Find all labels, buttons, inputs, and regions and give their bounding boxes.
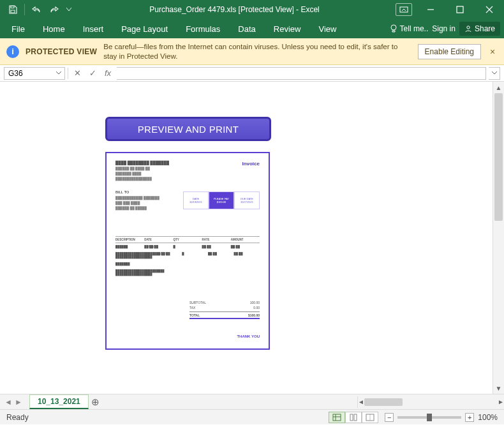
svg-rect-4 bbox=[457, 6, 463, 13]
tab-page-layout[interactable]: Page Layout bbox=[112, 19, 177, 38]
share-label: Share bbox=[475, 24, 495, 33]
formula-input[interactable] bbox=[117, 67, 486, 80]
sign-in-link[interactable]: Sign in bbox=[432, 24, 456, 33]
view-buttons bbox=[329, 412, 378, 423]
status-text: Ready bbox=[6, 413, 29, 422]
formula-bar: G36 ✕ ✓ fx bbox=[0, 65, 504, 82]
zoom-slider[interactable] bbox=[397, 416, 461, 419]
sheet-nav-arrows[interactable]: ◄► bbox=[0, 398, 27, 407]
svg-rect-10 bbox=[350, 414, 353, 421]
window-title: Purchase_Order 4479.xls [Protected View]… bbox=[73, 5, 396, 14]
invoice-summary-boxes: DATE10/13/2021 PLEASE PAY$100.00 DUE DAT… bbox=[183, 191, 260, 209]
vertical-scrollbar[interactable]: ▲ ▼ bbox=[493, 82, 504, 394]
tab-formulas[interactable]: Formulas bbox=[177, 19, 229, 38]
invoice-date-box: DATE10/13/2021 bbox=[183, 191, 209, 209]
worksheet-area: PREVIEW AND PRINT ████ ████████ ███████ … bbox=[0, 82, 504, 394]
protected-view-message: Be careful—files from the Internet can c… bbox=[103, 42, 411, 61]
title-bar: Purchase_Order 4479.xls [Protected View]… bbox=[0, 0, 504, 19]
ribbon-tabs: File Home Insert Page Layout Formulas Da… bbox=[0, 19, 504, 38]
close-button[interactable] bbox=[475, 0, 504, 19]
invoice-please-pay-box: PLEASE PAY$100.00 bbox=[209, 191, 234, 209]
redo-icon[interactable] bbox=[47, 2, 62, 17]
hscroll-track[interactable] bbox=[364, 398, 498, 407]
svg-point-6 bbox=[467, 26, 470, 29]
undo-icon[interactable] bbox=[29, 2, 44, 17]
sheet-tab-active[interactable]: 10_13_2021 bbox=[29, 394, 89, 409]
protected-view-title: PROTECTED VIEW bbox=[26, 47, 97, 56]
page-break-view-icon[interactable] bbox=[362, 412, 378, 423]
tab-file[interactable]: File bbox=[3, 19, 34, 38]
tell-me-search[interactable]: Tell me.. bbox=[390, 24, 429, 33]
invoice-due-box: DUE DATE10/27/2021 bbox=[234, 191, 260, 209]
zoom-knob[interactable] bbox=[427, 414, 432, 421]
tab-data[interactable]: Data bbox=[229, 19, 264, 38]
enter-formula-icon[interactable]: ✓ bbox=[86, 67, 99, 80]
svg-rect-2 bbox=[400, 7, 408, 12]
qat-dropdown-icon[interactable] bbox=[64, 2, 73, 17]
invoice-thumbnail[interactable]: ████ ████████ ███████ ██████ ██ ████ ███… bbox=[105, 152, 270, 350]
tab-review[interactable]: Review bbox=[265, 19, 310, 38]
zoom-out-button[interactable]: − bbox=[385, 413, 394, 422]
name-box[interactable]: G36 bbox=[4, 67, 65, 80]
expand-formula-bar-icon[interactable] bbox=[489, 67, 500, 80]
enable-editing-button[interactable]: Enable Editing bbox=[418, 44, 481, 59]
lightbulb-icon bbox=[390, 24, 397, 33]
tab-insert[interactable]: Insert bbox=[74, 19, 113, 38]
status-bar: Ready − + 100% bbox=[0, 409, 504, 424]
scroll-up-icon[interactable]: ▲ bbox=[493, 82, 504, 93]
quick-access-toolbar bbox=[0, 2, 73, 17]
sheet-tab-bar: ◄► 10_13_2021 ⊕ ◄ ► bbox=[0, 394, 504, 409]
protected-view-bar: i PROTECTED VIEW Be careful—files from t… bbox=[0, 38, 504, 65]
invoice-totals: SUBTOTAL100.00 TAX0.00 TOTAL$100.00 bbox=[189, 300, 260, 319]
person-icon bbox=[464, 25, 472, 33]
zoom-level[interactable]: 100% bbox=[478, 413, 498, 422]
invoice-title: Invoice bbox=[242, 161, 260, 181]
shield-icon: i bbox=[6, 45, 19, 58]
scroll-left-icon[interactable]: ◄ bbox=[358, 396, 364, 408]
horizontal-scrollbar[interactable]: ◄ ► bbox=[357, 396, 504, 408]
share-button[interactable]: Share bbox=[459, 22, 500, 36]
svg-rect-1 bbox=[11, 10, 15, 13]
svg-rect-11 bbox=[354, 414, 357, 421]
close-bar-icon[interactable]: × bbox=[487, 47, 498, 57]
svg-point-5 bbox=[391, 25, 396, 30]
vscroll-track[interactable] bbox=[493, 93, 504, 382]
tab-home[interactable]: Home bbox=[34, 19, 74, 38]
spreadsheet-grid[interactable]: PREVIEW AND PRINT ████ ████████ ███████ … bbox=[0, 82, 493, 394]
invoice-address: ██████ ██ ████ █████████ ███████████████… bbox=[115, 166, 169, 181]
hscroll-thumb[interactable] bbox=[364, 398, 403, 406]
svg-rect-0 bbox=[11, 6, 14, 8]
tell-me-label: Tell me.. bbox=[400, 24, 429, 33]
chevron-down-icon[interactable] bbox=[54, 69, 63, 78]
scroll-right-icon[interactable]: ► bbox=[498, 396, 504, 408]
tab-view[interactable]: View bbox=[309, 19, 345, 38]
maximize-button[interactable] bbox=[445, 0, 475, 19]
invoice-line-items: DESCRIPTIONDATEQTYRATEAMOUNT ████████/██… bbox=[115, 236, 260, 278]
vscroll-thumb[interactable] bbox=[494, 93, 503, 221]
cancel-formula-icon[interactable]: ✕ bbox=[71, 67, 84, 80]
zoom-control: − + 100% bbox=[385, 413, 498, 422]
name-box-value: G36 bbox=[8, 69, 23, 78]
normal-view-icon[interactable] bbox=[329, 412, 345, 423]
ribbon-display-options-icon[interactable] bbox=[396, 3, 412, 16]
minimize-button[interactable] bbox=[416, 0, 445, 19]
page-layout-view-icon[interactable] bbox=[345, 412, 362, 423]
save-icon[interactable] bbox=[5, 2, 20, 17]
fx-icon[interactable]: fx bbox=[101, 67, 114, 80]
invoice-thank-you: THANK YOU bbox=[237, 334, 260, 338]
scroll-down-icon[interactable]: ▼ bbox=[493, 382, 504, 394]
new-sheet-icon[interactable]: ⊕ bbox=[89, 396, 103, 408]
zoom-in-button[interactable]: + bbox=[465, 413, 474, 422]
invoice-company: ████ ████████ ███████ bbox=[115, 161, 169, 165]
window-controls bbox=[416, 0, 504, 19]
svg-rect-7 bbox=[333, 414, 341, 421]
preview-and-print-button[interactable]: PREVIEW AND PRINT bbox=[105, 117, 271, 141]
